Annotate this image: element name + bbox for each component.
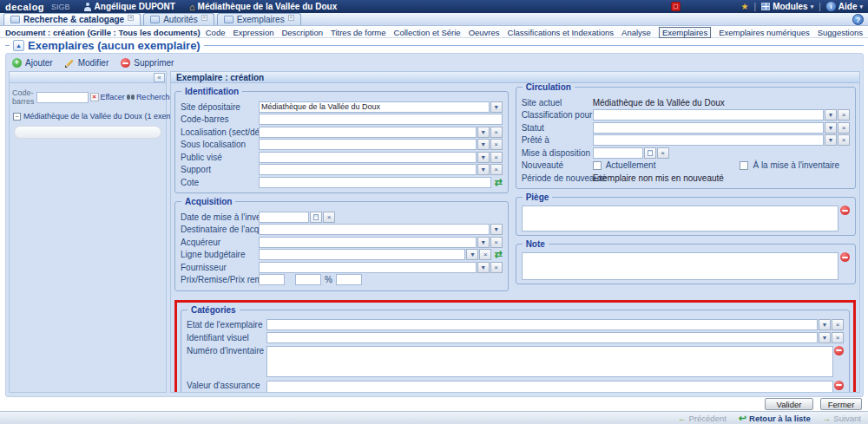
nav-classifications[interactable]: Classifications et Indexations	[508, 28, 615, 37]
chevron-down-icon[interactable]: ▼	[477, 262, 490, 273]
aide-menu[interactable]: i Aide ▾	[826, 2, 863, 11]
remove-icon[interactable]	[840, 252, 850, 262]
precedent-button[interactable]: ← Précédent	[678, 414, 727, 423]
collapse-left-panel-button[interactable]: «	[154, 73, 165, 82]
ajouter-button[interactable]: + Ajouter	[12, 58, 53, 68]
tab-exemplaires[interactable]: Exemplaires ×	[217, 13, 301, 25]
clear-icon[interactable]: ×	[490, 152, 503, 163]
ligne-budgetaire-combo[interactable]	[259, 249, 465, 260]
chevron-down-icon[interactable]: ▼	[466, 249, 478, 260]
remise-input[interactable]	[295, 274, 321, 285]
current-site[interactable]: ⌂ Médiathèque de la Vallée du Doux	[189, 2, 337, 11]
note-textarea[interactable]	[522, 252, 838, 280]
chevron-down-icon[interactable]: ▼	[825, 134, 837, 146]
mise-inventaire-checkbox[interactable]	[740, 161, 748, 170]
tree-collapse-icon[interactable]: −	[13, 113, 21, 121]
mise-a-disposition-input[interactable]	[593, 147, 643, 159]
cote-input[interactable]	[259, 177, 491, 188]
close-icon[interactable]: ×	[201, 15, 207, 21]
nav-description[interactable]: Description	[281, 28, 323, 37]
clear-icon[interactable]: ×	[838, 134, 850, 146]
calendar-icon[interactable]	[644, 147, 656, 159]
current-user[interactable]: Angélique DUPONT	[84, 2, 175, 11]
fermer-button[interactable]: Fermer	[820, 398, 862, 410]
refresh-icon[interactable]: ⇄	[494, 250, 502, 259]
remove-icon[interactable]	[834, 381, 844, 390]
clear-icon[interactable]: ×	[832, 319, 844, 330]
remove-icon[interactable]	[834, 346, 844, 356]
classification-pret-combo[interactable]	[593, 109, 824, 121]
nav-exemplaires[interactable]: Exemplaires	[659, 27, 711, 38]
suivant-button[interactable]: → Suivant	[823, 414, 861, 423]
clear-icon[interactable]: ×	[490, 237, 503, 248]
clear-icon[interactable]: ×	[490, 127, 503, 138]
etat-exemplaire-combo[interactable]	[266, 319, 818, 330]
chevron-down-icon[interactable]: ▼	[477, 127, 490, 138]
chevron-down-icon[interactable]: ▼	[819, 332, 831, 343]
piege-textarea[interactable]	[522, 205, 838, 232]
prete-a-combo[interactable]	[593, 134, 824, 146]
clear-icon[interactable]: ×	[490, 164, 503, 175]
nav-collection-serie[interactable]: Collection et Série	[394, 28, 461, 37]
nav-suggestions[interactable]: Suggestions	[818, 28, 863, 37]
chevron-down-icon[interactable]: ▼	[825, 122, 837, 134]
refresh-icon[interactable]: ⇄	[494, 178, 502, 187]
close-icon[interactable]: ×	[288, 15, 294, 21]
alert-icon[interactable]	[671, 2, 681, 11]
prix-input[interactable]	[259, 274, 285, 285]
chevron-down-icon[interactable]: ▼	[825, 109, 837, 121]
statut-combo[interactable]	[593, 122, 824, 134]
chevron-down-icon[interactable]: ▼	[819, 319, 831, 330]
destinataire-select[interactable]	[259, 224, 490, 235]
sous-localisation-combo[interactable]	[259, 139, 477, 150]
retour-liste-button[interactable]: ↩ Retour à la liste	[739, 413, 811, 424]
tab-recherche-catalogage[interactable]: Recherche & catalogage ×	[3, 13, 141, 25]
clear-icon[interactable]: ×	[490, 262, 503, 273]
collapse-panel-button[interactable]: ▲	[13, 40, 24, 51]
prix-remise-input[interactable]	[336, 274, 362, 285]
empty-exemplaire-row[interactable]	[14, 126, 161, 139]
code-barres-input[interactable]	[259, 114, 503, 125]
identifiant-visuel-combo[interactable]	[266, 332, 818, 343]
supprimer-button[interactable]: Supprimer	[121, 58, 174, 68]
nav-titres-de-forme[interactable]: Titres de forme	[331, 28, 386, 37]
tab-autorites[interactable]: Autorités ×	[143, 13, 214, 25]
nav-expression[interactable]: Expression	[233, 28, 273, 37]
chevron-down-icon[interactable]: ▼	[477, 237, 490, 248]
chevron-down-icon[interactable]: ▼	[477, 139, 490, 150]
chevron-down-icon[interactable]: ▼	[477, 152, 490, 163]
numero-inventaire-textarea[interactable]	[266, 346, 833, 377]
support-combo[interactable]	[259, 164, 477, 175]
modifier-button[interactable]: Modifier	[65, 58, 109, 68]
actuellement-checkbox[interactable]	[593, 161, 602, 170]
rechercher-button[interactable]: Rechercher	[127, 93, 177, 101]
clear-icon[interactable]: ×	[832, 332, 844, 343]
close-icon[interactable]: ×	[128, 15, 134, 21]
fournisseur-combo[interactable]	[259, 262, 477, 273]
remove-icon[interactable]	[840, 205, 850, 215]
public-vise-combo[interactable]	[259, 152, 477, 163]
nav-code[interactable]: Code	[206, 28, 226, 37]
clear-icon[interactable]: ×	[657, 147, 669, 159]
localisation-combo[interactable]	[259, 127, 477, 138]
barcode-input[interactable]	[36, 92, 89, 103]
modules-menu[interactable]: Modules ▾	[761, 2, 813, 11]
clear-icon[interactable]: ×	[838, 109, 850, 121]
clear-icon[interactable]: ×	[838, 122, 850, 134]
valeur-assurance-textarea[interactable]	[266, 381, 833, 393]
date-inventaire-input[interactable]	[259, 212, 309, 223]
help-icon[interactable]: ?	[852, 14, 864, 25]
nav-exemplaires-numeriques[interactable]: Exemplaires numériques	[719, 28, 810, 37]
site-tree-node[interactable]: − Médiathèque de la Vallée du Doux (1 ex…	[10, 109, 166, 123]
clear-icon[interactable]: ×	[323, 212, 335, 223]
chevron-down-icon[interactable]: ▼	[477, 164, 490, 175]
clear-icon[interactable]: ×	[490, 139, 503, 150]
acquereur-combo[interactable]	[259, 237, 477, 248]
clear-icon[interactable]: ×	[479, 249, 491, 260]
site-depositaire-select[interactable]	[259, 101, 490, 113]
calendar-icon[interactable]	[310, 212, 322, 223]
chevron-down-icon[interactable]: ▼	[490, 224, 503, 235]
chevron-down-icon[interactable]: ▼	[490, 101, 503, 113]
effacer-button[interactable]: × Effacer	[90, 93, 125, 101]
nav-analyse[interactable]: Analyse	[621, 28, 651, 37]
